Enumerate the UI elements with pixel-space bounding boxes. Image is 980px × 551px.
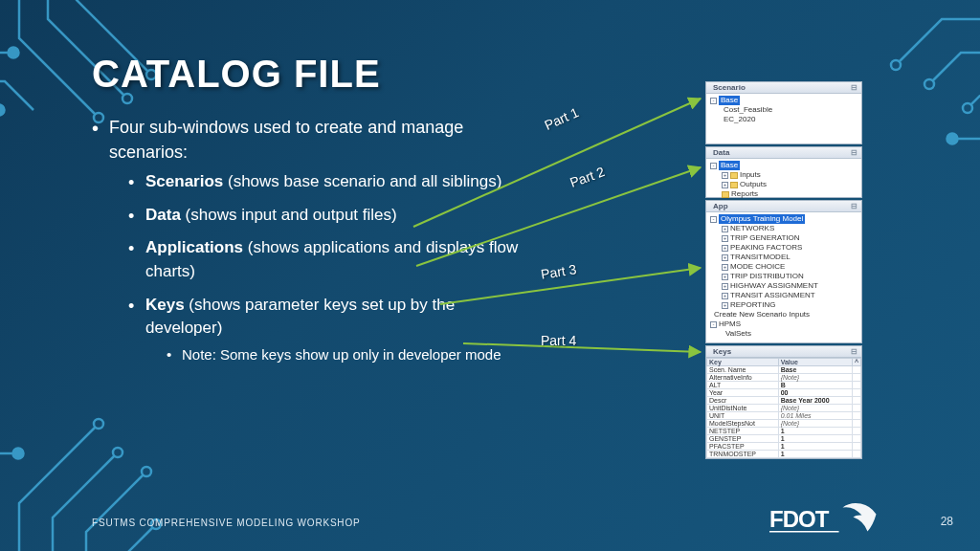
pane-app: App⊟ -Olympus Training Model +NETWORKS+T… [705,200,862,343]
table-row: NETSTEP1 [707,428,861,435]
tree-node: +TRANSITMODEL [710,253,858,262]
bullet-applications: Applications (shows applications and dis… [128,236,523,283]
svg-point-13 [947,134,958,144]
tree-node: +PEAKING FACTORS [710,243,858,253]
table-row: UNIT0.01 Miles [707,412,861,420]
tree-node: +REPORTING [710,300,858,310]
software-panels: Scenario⊟ -Base Cost_Feasible EC_2020 Da… [705,81,862,459]
svg-point-7 [142,467,151,476]
page-number: 28 [941,515,953,528]
label-part-3: Part 3 [540,261,577,282]
table-row: ALTB [707,382,861,389]
svg-point-5 [94,419,103,429]
table-row: PFACSTEP1 [707,443,861,451]
svg-point-9 [13,449,24,459]
bullet-keys-note: Note: Some keys show up only in develope… [167,344,523,365]
intro-text: Four sub-windows used to create and mana… [109,118,463,162]
label-part-4: Part 4 [541,333,576,348]
table-row: UnitDistNote{Note} [707,405,861,412]
pane-data: Data⊟ -Base +Inputs +Outputs Reports [705,146,862,198]
svg-point-4 [0,105,5,116]
bullet-scenarios: Scenarios (shows base scenario and all s… [128,170,523,194]
table-row: Year00 [707,389,861,397]
table-row: ModelStepsNot{Note} [707,420,861,428]
pin-icon: ⊟ [851,148,858,157]
pin-icon: ⊟ [851,83,858,92]
svg-point-12 [963,103,972,113]
svg-point-3 [9,48,19,58]
footer-text: FSUTMS COMPREHENSIVE MODELING WORKSHOP [92,518,360,528]
pane-scenario: Scenario⊟ -Base Cost_Feasible EC_2020 [705,81,862,144]
pin-icon: ⊟ [851,202,858,210]
svg-text:FDOT: FDOT [769,506,830,532]
bullet-data: Data (shows input and output files) [128,204,523,228]
tree-node: +TRIP DISTRIBUTION [710,272,858,281]
table-row: TRNMODSTEP1 [707,451,861,458]
tree-node: +HIGHWAY ASSIGNMENT [710,281,858,291]
slide: CATALOG FILE Four sub-windows used to cr… [0,0,980,551]
pane-keys: Keys⊟ KeyValue^ Scen. NameBaseAlternativ… [705,345,862,459]
table-row: Scen. NameBase [707,366,861,374]
svg-rect-19 [769,531,839,533]
table-row: AlternativeInfo{Note} [707,374,861,382]
svg-point-10 [891,60,901,70]
fdot-logo: FDOT [769,500,880,539]
label-part-2: Part 2 [568,164,607,190]
svg-point-6 [113,448,122,457]
tree-node: +NETWORKS [710,224,858,233]
table-row: GENSTEP1 [707,435,861,443]
label-part-1: Part 1 [542,104,581,133]
table-row: DescrBase Year 2000 [707,397,861,405]
pin-icon: ⊟ [851,347,858,356]
tree-node: +TRANSIT ASSIGNMENT [710,291,858,300]
slide-title: CATALOG FILE [92,53,381,96]
slide-body: Four sub-windows used to create and mana… [92,115,523,375]
tree-node: +MODE CHOICE [710,262,858,272]
svg-point-11 [924,79,934,89]
tree-node: +TRIP GENERATION [710,233,858,243]
bullet-keys: Keys (shows parameter keys set up by the… [128,294,523,365]
